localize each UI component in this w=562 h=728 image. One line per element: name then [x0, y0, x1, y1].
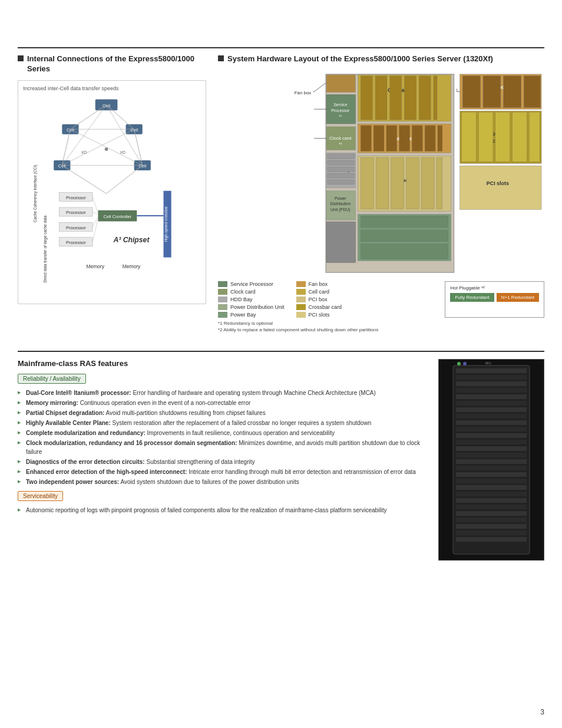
svg-text:Processor: Processor [66, 240, 86, 245]
legend-clock-card: Clock card [218, 289, 285, 295]
ras-item-1-text: Continuous operation even in the event o… [80, 400, 251, 406]
legend-service-processor: Service Processor [218, 281, 285, 287]
svg-rect-42 [463, 76, 481, 107]
svg-text:I/O: I/O [81, 150, 87, 154]
ras-item-5-bold: Clock modularization, redundancy and 16 … [26, 440, 237, 446]
svg-text:I/O: I/O [120, 150, 125, 154]
ras-item-5: Clock modularization, redundancy and 16 … [18, 439, 427, 456]
serviceability-badge: Serviceability [18, 491, 63, 501]
svg-text:Unit (PDU): Unit (PDU) [330, 207, 350, 212]
svg-rect-92 [376, 157, 389, 209]
ras-item-2: Partial Chipset degradation: Avoid multi… [18, 409, 427, 417]
svg-text:Processor: Processor [66, 210, 86, 215]
legend-color-sp [218, 281, 227, 287]
legend-pci-slots: PCI slots [296, 312, 342, 318]
svg-text:Processor: Processor [331, 108, 350, 113]
ras-item-3-text: System restoration after the replacement… [113, 420, 372, 426]
svg-rect-143 [456, 511, 527, 516]
legend-label-cc: Clock card [230, 289, 256, 295]
svg-rect-63 [478, 112, 493, 162]
svg-point-148 [457, 362, 461, 365]
svg-rect-129 [456, 420, 527, 425]
svg-rect-147 [456, 537, 527, 542]
svg-rect-97 [460, 166, 542, 209]
svg-rect-127 [456, 407, 527, 412]
ras-item-3: Highly Available Center Plane: System re… [18, 419, 427, 427]
svg-rect-133 [456, 446, 527, 451]
svg-rect-56 [405, 76, 416, 120]
legend-color-pdu [218, 304, 227, 310]
svg-rect-145 [456, 524, 527, 529]
svg-rect-66 [529, 112, 540, 162]
svg-rect-141 [456, 498, 527, 503]
svg-rect-144 [456, 518, 527, 522]
ras-item-2-bold: Partial Chipset degradation: [26, 410, 104, 416]
legend-label-celc: Cell card [309, 289, 330, 295]
top-section: Internal Connections of the Express5800/… [18, 47, 544, 333]
svg-rect-54 [375, 76, 387, 120]
legend-crossbar-card: Crossbar card [296, 304, 342, 310]
svg-rect-123 [456, 381, 527, 386]
legend-hdd-bay: HDD Bay [218, 297, 285, 302]
svg-rect-122 [456, 375, 527, 380]
left-panel: Internal Connections of the Express5800/… [18, 54, 206, 333]
svg-text:Processor: Processor [66, 225, 86, 230]
legend-color-celc [296, 289, 306, 295]
diagram-subtitle: Increased inter-Cell data transfer speed… [23, 85, 201, 91]
svg-rect-43 [483, 76, 501, 107]
right-section-icon [218, 55, 224, 61]
notes-area: *1 Redundancy is optional *2 Ability to … [218, 320, 544, 333]
svg-rect-126 [456, 401, 527, 406]
right-title-text: System Hardware Layout of the Express580… [227, 54, 493, 64]
legend-color-xb [296, 304, 306, 310]
svg-rect-142 [456, 505, 527, 509]
ras-item-1-bold: Memory mirroring: [26, 400, 78, 406]
reliability-list: Dual-Core Intel® Itanium® processor: Err… [18, 388, 427, 486]
internal-connections-svg: Cache Coherency Interface (CCI) Direct d… [23, 94, 201, 282]
bottom-section: Mainframe-class RAS features Reliability… [18, 351, 544, 561]
svg-rect-139 [456, 485, 527, 490]
svg-rect-134 [456, 453, 527, 457]
svg-rect-81 [438, 126, 442, 151]
hp-buttons: Fully Redundant N+1 Redundant [450, 293, 539, 302]
svg-rect-91 [361, 157, 373, 209]
legend-col-2: Fan box Cell card PCI box Crossbar [296, 281, 342, 318]
ras-item-4: Complete modularization and redundancy: … [18, 429, 427, 437]
svg-rect-146 [456, 531, 527, 535]
svg-rect-110 [361, 244, 448, 259]
svg-point-149 [463, 362, 467, 365]
svg-rect-109 [361, 230, 448, 242]
svg-rect-132 [456, 440, 527, 444]
svg-rect-137 [456, 472, 527, 477]
svg-rect-88 [328, 180, 355, 185]
svg-rect-79 [412, 126, 422, 151]
ras-title: Mainframe-class RAS features [18, 359, 427, 368]
note-1: *1 Redundancy is optional [218, 320, 544, 327]
ras-item-0-bold: Dual-Core Intel® Itanium® processor: [26, 390, 131, 396]
n1-redundant-badge: N+1 Redundant [497, 293, 539, 302]
svg-text:*¹: *¹ [339, 114, 342, 118]
ras-item-8-bold: Two independent power sources: [26, 479, 119, 485]
svg-rect-86 [328, 167, 355, 172]
svg-rect-124 [456, 388, 527, 393]
ras-item-6: Diagnostics of the error detection circu… [18, 457, 427, 466]
legend-color-hdd [218, 297, 227, 302]
fully-redundant-badge: Fully Redundant [450, 293, 494, 302]
svg-rect-94 [406, 157, 419, 209]
svg-rect-87 [328, 173, 355, 178]
svg-text:*¹: *¹ [339, 141, 342, 146]
serviceability-list: Autonomic reporting of logs with pinpoin… [18, 506, 427, 515]
svg-rect-135 [456, 459, 527, 464]
ras-item-0: Dual-Core Intel® Itanium® processor: Err… [18, 388, 427, 397]
svg-rect-128 [456, 414, 527, 419]
svg-rect-131 [456, 433, 527, 438]
svg-rect-76 [373, 126, 384, 151]
svg-rect-125 [456, 394, 527, 399]
svg-rect-108 [361, 216, 448, 228]
svg-rect-62 [462, 112, 477, 162]
ras-item-6-bold: Diagnostics of the error detection circu… [26, 459, 145, 465]
left-section-title: Internal Connections of the Express5800/… [18, 54, 206, 74]
svg-text:Fan box: Fan box [295, 90, 312, 95]
ras-item-2-text: Avoid multi-partition shutdowns resultin… [106, 410, 266, 416]
direct-label: Direct data transfer of large cache data [43, 215, 48, 282]
